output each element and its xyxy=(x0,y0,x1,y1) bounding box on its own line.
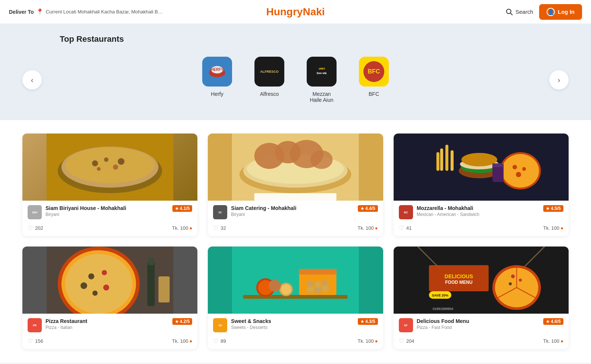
header-right-section: Search 👤 Log In xyxy=(506,4,582,20)
svg-rect-35 xyxy=(445,145,448,171)
delivery-dot-2: ● xyxy=(560,225,563,231)
deliver-to-label: Deliver To xyxy=(9,9,34,15)
svg-point-53 xyxy=(65,254,132,314)
svg-point-74 xyxy=(307,281,313,287)
logo-naki-text: Naki xyxy=(303,6,325,18)
restaurant-item-mezzan[interactable]: মেজান চিকেন কর্নার MezzanHaile Aiun xyxy=(307,57,337,103)
food-card-image-1 xyxy=(208,134,383,201)
card-text-5: Delicious Food Menu Pizza - Fast Food xyxy=(417,318,540,330)
rating-badge-4: ★ 4.3/5 xyxy=(358,318,378,325)
svg-text:01991999904: 01991999904 xyxy=(432,307,453,311)
restaurant-item-herfy[interactable]: HERFY Herfy xyxy=(202,57,232,103)
food-card-4[interactable]: SS Sweet & Snacks Sweets - Desserts ★ 4.… xyxy=(208,247,383,349)
carousel-next-button[interactable]: › xyxy=(549,70,569,90)
food-card-footer-0: ♡ 202 Tk. 100 ● xyxy=(22,222,197,236)
bfc-logo-svg: BFC xyxy=(361,59,387,85)
svg-point-75 xyxy=(315,281,321,288)
search-button[interactable]: Search xyxy=(506,8,533,16)
food-card-image-5: DELICIOUS FOOD MENU SAVE 20% 019919999 xyxy=(394,247,569,314)
delivery-price-label-3: Tk. 100 xyxy=(172,338,188,344)
food-card-footer-1: ♡ 32 Tk. 100 ● xyxy=(208,222,383,236)
restaurant-thumb-1: SC xyxy=(213,205,227,219)
heart-icon-3: ♡ xyxy=(28,338,33,345)
delicious-food-image-svg: DELICIOUS FOOD MENU SAVE 20% 019919999 xyxy=(394,247,569,314)
like-section-1[interactable]: ♡ 32 xyxy=(213,225,226,232)
rating-badge-5: ★ 4.6/5 xyxy=(543,318,563,325)
delivery-price-label-5: Tk. 100 xyxy=(543,338,559,344)
restaurant-name-herfy: Herfy xyxy=(211,91,223,97)
like-section-3[interactable]: ♡ 156 xyxy=(28,338,43,345)
food-card-image-0 xyxy=(22,134,197,201)
food-card-footer-3: ♡ 156 Tk. 100 ● xyxy=(22,335,197,349)
like-section-0[interactable]: ♡ 202 xyxy=(28,225,43,232)
rating-badge-2: ★ 4.5/5 xyxy=(543,205,563,212)
like-section-5[interactable]: ♡ 204 xyxy=(399,338,415,345)
login-button[interactable]: 👤 Log In xyxy=(539,4,582,20)
like-section-2[interactable]: ♡ 41 xyxy=(399,225,412,232)
food-card-2[interactable]: MZ Mozzarella - Mohakhali Mexican - Amer… xyxy=(394,134,569,236)
food-card-5[interactable]: DELICIOUS FOOD MENU SAVE 20% 019919999 xyxy=(394,247,569,349)
svg-rect-60 xyxy=(148,258,154,265)
like-section-4[interactable]: ♡ 89 xyxy=(213,338,226,345)
rating-badge-3: ★ 4.2/5 xyxy=(172,318,193,325)
food-card-footer-2: ♡ 41 Tk. 100 ● xyxy=(394,222,569,236)
restaurants-carousel: ‹ HERFY Herfy xyxy=(0,53,591,107)
login-label: Log In xyxy=(558,9,575,15)
food-card-0[interactable]: SBH Siam Biriyani House - Mohakhali Biry… xyxy=(22,134,197,236)
svg-rect-36 xyxy=(450,150,453,171)
app-logo[interactable]: HungryNaki xyxy=(266,6,325,18)
heart-icon-0: ♡ xyxy=(28,225,33,232)
like-count-1: 32 xyxy=(221,225,226,231)
carousel-prev-button[interactable]: ‹ xyxy=(22,70,42,90)
chevron-left-icon: ‹ xyxy=(31,76,34,84)
card-cuisine-1: Biryani xyxy=(231,212,354,217)
star-icon-4: ★ xyxy=(360,319,364,324)
svg-point-21 xyxy=(97,167,101,171)
restaurant-item-alfresco[interactable]: ALFRESCO Alfresco xyxy=(254,57,284,103)
svg-line-1 xyxy=(510,13,512,15)
heart-icon-5: ♡ xyxy=(399,338,404,345)
mozzarella-image-svg xyxy=(394,134,569,201)
restaurant-thumb-2: MZ xyxy=(399,205,413,219)
location-pin-icon: 📍 xyxy=(36,8,44,15)
pizza-image-svg xyxy=(22,247,197,314)
restaurant-item-bfc[interactable]: BFC BFC xyxy=(359,57,389,103)
like-count-3: 156 xyxy=(35,338,43,344)
card-name-1: Siam Catering - Mohakhali xyxy=(231,205,354,211)
delivery-price-2: Tk. 100 ● xyxy=(543,225,563,231)
restaurant-logo-bfc: BFC xyxy=(359,57,389,87)
food-card-image-2 xyxy=(394,134,569,201)
food-card-info-1: SC Siam Catering - Mohakhali Biryani ★ 4… xyxy=(208,201,383,222)
restaurant-logo-alfresco: ALFRESCO xyxy=(254,57,284,87)
restaurant-thumb-5: DF xyxy=(399,318,413,332)
header: Deliver To 📍 Current Locati Mohakhali Ka… xyxy=(0,0,591,24)
rating-badge-0: ★ 4.1/5 xyxy=(172,205,193,212)
card-text-2: Mozzarella - Mohakhali Mexican - America… xyxy=(417,205,540,217)
rating-value-3: 4.2/5 xyxy=(180,319,190,324)
restaurant-logo-herfy: HERFY xyxy=(202,57,232,87)
food-card-footer-4: ♡ 89 Tk. 100 ● xyxy=(208,335,383,349)
card-name-5: Delicious Food Menu xyxy=(417,318,540,324)
location-current[interactable]: Current Locati Mohakhali Kacha Bazar, Mo… xyxy=(46,9,165,15)
svg-point-57 xyxy=(103,285,109,291)
like-count-0: 202 xyxy=(35,225,43,231)
food-card-1[interactable]: SC Siam Catering - Mohakhali Biryani ★ 4… xyxy=(208,134,383,236)
svg-point-41 xyxy=(461,153,497,166)
delivery-dot-4: ● xyxy=(375,338,378,344)
restaurant-name-bfc: BFC xyxy=(369,91,379,97)
biryani-image-svg xyxy=(22,134,197,201)
food-card-footer-5: ♡ 204 Tk. 100 ● xyxy=(394,335,569,349)
restaurant-name-mezzan: MezzanHaile Aiun xyxy=(310,91,333,103)
delivery-dot-3: ● xyxy=(189,338,192,344)
svg-rect-62 xyxy=(232,247,359,314)
catering-image-svg xyxy=(208,134,383,201)
top-restaurants-title: Top Restaurants xyxy=(60,34,591,44)
star-icon-0: ★ xyxy=(175,206,179,211)
svg-text:DELICIOUS: DELICIOUS xyxy=(444,273,473,279)
delivery-price-1: Tk. 100 ● xyxy=(357,225,378,231)
food-card-image-3 xyxy=(22,247,197,314)
restaurant-logo-mezzan: মেজান চিকেন কর্নার xyxy=(307,57,337,87)
food-card-3[interactable]: PR Pizza Restaurant Pizza - Italian ★ 4.… xyxy=(22,247,197,349)
card-name-4: Sweet & Snacks xyxy=(231,318,354,324)
food-cards-grid: SBH Siam Biriyani House - Mohakhali Biry… xyxy=(22,134,569,349)
